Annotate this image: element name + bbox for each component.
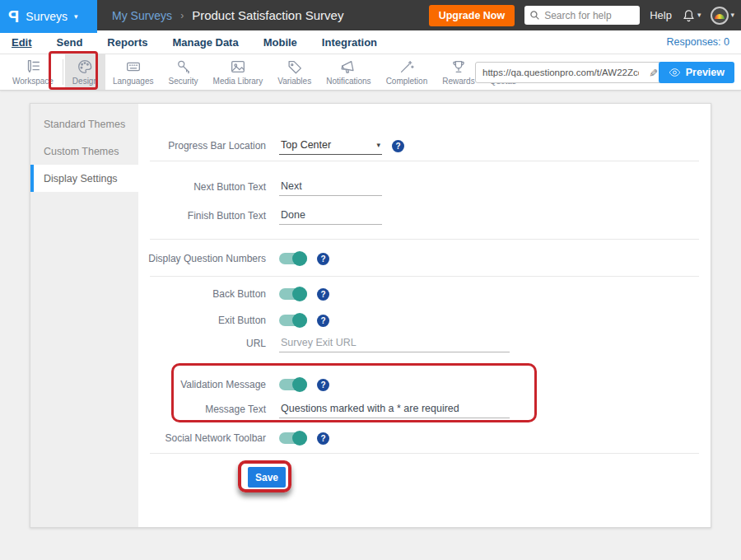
toolbar-separator: [63, 59, 63, 85]
finish-button-text-input[interactable]: [279, 208, 382, 225]
completion-wand-icon: [398, 58, 416, 76]
progress-bar-location-label: Progress Bar Location: [138, 140, 266, 152]
exit-button-label: Exit Button: [138, 315, 266, 326]
chevron-down-icon: ▾: [376, 141, 380, 149]
validation-message-label: Validation Message: [138, 379, 266, 390]
variables-tag-icon: [286, 58, 304, 76]
help-search-box[interactable]: [524, 6, 640, 25]
exit-button-toggle[interactable]: [279, 315, 307, 326]
help-icon[interactable]: [317, 432, 329, 445]
toolbar-item-label: Completion: [386, 77, 428, 86]
toolbar-item-media-library[interactable]: Media Library: [206, 54, 271, 90]
section-divider: [150, 161, 699, 161]
toggle-knob: [292, 287, 307, 301]
next-button-text-label: Next Button Text: [138, 181, 266, 193]
finish-button-text-label: Finish Button Text: [138, 210, 266, 222]
save-button[interactable]: Save: [248, 467, 286, 488]
nav-item-integration[interactable]: Integration: [322, 36, 377, 49]
help-search-input[interactable]: [544, 10, 633, 21]
media-library-image-icon: [229, 58, 247, 76]
back-button-label: Back Button: [138, 288, 266, 300]
sidebar-item-standard-themes[interactable]: Standard Themes: [30, 110, 138, 138]
nav-item-edit[interactable]: Edit: [12, 36, 32, 49]
responses-count: Responses: 0: [667, 36, 729, 48]
toggle-knob: [292, 377, 307, 392]
toolbar-item-notifications[interactable]: Notifications: [319, 54, 378, 90]
upgrade-now-button[interactable]: Upgrade Now: [429, 5, 515, 26]
social-network-toolbar-toggle[interactable]: [279, 432, 307, 444]
languages-keyboard-icon: [124, 58, 142, 76]
search-icon: [529, 10, 540, 21]
toolbar-item-label: Media Library: [213, 77, 263, 86]
display-question-numbers-label: Display Question Numbers: [138, 253, 266, 264]
help-icon[interactable]: [317, 315, 329, 327]
nav-item-reports[interactable]: Reports: [107, 36, 147, 49]
gauge-icon: [715, 14, 725, 19]
toolbar-item-security[interactable]: Security: [161, 54, 205, 90]
message-text-input[interactable]: [279, 401, 510, 418]
message-text-label: Message Text: [138, 404, 266, 415]
bell-icon: [682, 8, 696, 22]
sidebar-item-display-settings[interactable]: Display Settings: [30, 165, 138, 192]
nav-item-send[interactable]: Send: [57, 36, 83, 49]
help-icon[interactable]: [392, 140, 404, 152]
help-icon[interactable]: [317, 288, 329, 301]
sidebar-item-custom-themes[interactable]: Custom Themes: [30, 138, 138, 165]
toolbar-item-label: Design: [72, 77, 98, 86]
chevron-down-icon: ▾: [74, 13, 78, 21]
design-toolbar: Workspace Design Languages Security Medi…: [0, 54, 741, 91]
nav-item-manage-data[interactable]: Manage Data: [172, 36, 238, 49]
display-settings-panel: Standard Themes Custom Themes Display Se…: [30, 103, 711, 528]
social-network-toolbar-label: Social Network Toolbar: [138, 432, 266, 444]
eye-icon: [669, 68, 681, 77]
exit-url-input[interactable]: [279, 335, 510, 352]
breadcrumb-chevron-icon: ›: [180, 10, 184, 21]
progress-bar-location-dropdown[interactable]: Top Center ▾: [279, 138, 382, 155]
help-icon[interactable]: [317, 379, 329, 391]
nav-item-mobile[interactable]: Mobile: [263, 36, 297, 49]
survey-url-field: [475, 62, 664, 83]
toggle-knob: [292, 313, 307, 328]
preview-button[interactable]: Preview: [659, 62, 734, 83]
toggle-knob: [292, 251, 307, 266]
page-title: Product Satisfaction Survey: [192, 8, 343, 22]
questionpro-logo: P: [8, 8, 19, 25]
breadcrumb: My Surveys › Product Satisfaction Survey: [112, 0, 343, 30]
survey-url-input[interactable]: [476, 68, 642, 77]
security-key-icon: [175, 58, 193, 76]
account-menu-button[interactable]: ▾: [711, 7, 734, 25]
progress-bar-location-value: Top Center: [281, 139, 331, 151]
notifications-bell-button[interactable]: ▾: [682, 8, 701, 22]
toolbar-item-completion[interactable]: Completion: [379, 54, 436, 90]
themes-sidebar: Standard Themes Custom Themes Display Se…: [30, 104, 138, 527]
toolbar-item-label: Notifications: [326, 77, 370, 86]
toolbar-item-label: Languages: [113, 77, 154, 86]
toolbar-item-languages[interactable]: Languages: [105, 54, 161, 90]
toolbar-item-workspace[interactable]: Workspace: [5, 54, 61, 90]
help-link[interactable]: Help: [650, 9, 672, 21]
chevron-down-icon: ▾: [697, 12, 701, 19]
back-button-toggle[interactable]: [279, 288, 307, 300]
display-settings-form: Progress Bar Location Top Center ▾ Next …: [138, 104, 711, 527]
rewards-trophy-icon: [450, 58, 468, 76]
toolbar-item-variables[interactable]: Variables: [270, 54, 319, 90]
toolbar-item-label: Workspace: [12, 77, 54, 86]
top-header: My Surveys › Product Satisfaction Survey…: [0, 0, 741, 30]
display-question-numbers-toggle[interactable]: [279, 253, 307, 264]
avatar: [711, 7, 729, 25]
section-divider: [150, 239, 699, 240]
next-button-text-input[interactable]: [279, 179, 382, 196]
toggle-knob: [292, 431, 307, 446]
chevron-down-icon: ▾: [730, 12, 734, 19]
toolbar-item-label: Variables: [277, 77, 311, 86]
design-palette-icon: [76, 58, 94, 76]
notifications-megaphone-icon: [339, 58, 357, 76]
help-icon[interactable]: [317, 253, 329, 265]
workspace-icon: [24, 58, 42, 76]
app-logo-menu[interactable]: P Surveys ▾: [0, 0, 97, 33]
section-divider: [150, 276, 699, 277]
toolbar-item-design[interactable]: Design: [65, 54, 105, 90]
validation-message-toggle[interactable]: [279, 379, 307, 390]
breadcrumb-my-surveys[interactable]: My Surveys: [112, 9, 172, 22]
toolbar-item-label: Rewards: [442, 77, 474, 86]
